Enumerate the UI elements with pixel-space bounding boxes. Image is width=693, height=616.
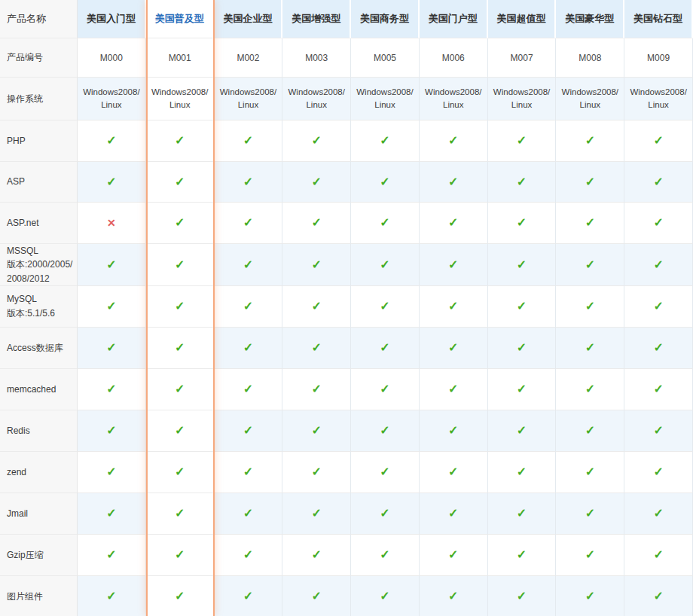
- feature-value-cell: ✓: [420, 203, 488, 244]
- corner-header-product-name: 产品名称: [0, 0, 78, 38]
- check-icon: ✓: [243, 217, 253, 229]
- feature-value-cell: ✓: [420, 576, 488, 616]
- feature-value-cell: ✓: [351, 120, 420, 162]
- check-icon: ✓: [517, 383, 527, 395]
- feature-value-cell: ✓: [420, 452, 488, 493]
- feature-value-cell: ✓: [146, 410, 215, 452]
- feature-label-cell: MySQL版本:5.1/5.6: [0, 286, 78, 328]
- feature-value-cell: ✓: [351, 162, 420, 203]
- product-header[interactable]: 美国入门型: [78, 0, 146, 38]
- feature-value-cell: ✓: [420, 286, 488, 328]
- check-icon: ✓: [175, 176, 185, 188]
- check-icon: ✓: [585, 383, 595, 395]
- check-icon: ✓: [106, 383, 116, 395]
- check-icon: ✓: [653, 383, 663, 395]
- feature-label-cell: 图片组件: [0, 576, 78, 616]
- check-icon: ✓: [106, 259, 116, 271]
- feature-label-line: MySQL: [7, 292, 37, 306]
- check-icon: ✓: [448, 508, 458, 520]
- feature-value-cell: ✓: [146, 244, 215, 286]
- feature-value-cell: ✓: [624, 452, 693, 493]
- feature-label-line: memcached: [7, 383, 56, 397]
- feature-value-cell: ✓: [488, 493, 557, 535]
- check-icon: ✓: [106, 300, 116, 313]
- feature-label-cell: 产品编号: [0, 38, 78, 78]
- product-header[interactable]: 美国超值型: [488, 0, 557, 38]
- check-icon: ✓: [448, 549, 458, 561]
- check-icon: ✓: [585, 259, 595, 271]
- check-icon: ✓: [517, 300, 527, 313]
- product-code-label: M001: [169, 53, 191, 63]
- feature-label-line: 版本:2000/2005/: [7, 258, 72, 272]
- feature-value-cell: ✓: [282, 369, 351, 410]
- product-header[interactable]: 美国普及型: [146, 0, 215, 38]
- check-icon: ✓: [653, 300, 663, 313]
- product-header[interactable]: 美国钻石型: [624, 0, 693, 38]
- corner-header-label: 产品名称: [7, 11, 46, 26]
- product-header[interactable]: 美国增强型: [282, 0, 351, 38]
- os-line: Linux: [306, 99, 327, 111]
- check-icon: ✓: [380, 466, 389, 478]
- check-icon: ✓: [312, 217, 322, 229]
- check-icon: ✓: [653, 176, 663, 188]
- feature-value-cell: ✓: [282, 328, 351, 369]
- check-icon: ✓: [653, 508, 663, 520]
- product-code-cell: M007: [488, 38, 557, 78]
- os-line: Windows2008/: [630, 86, 686, 99]
- check-icon: ✓: [380, 425, 389, 437]
- feature-value-cell: ✓: [624, 493, 693, 535]
- check-icon: ✓: [106, 176, 116, 188]
- feature-value-cell: ✓: [146, 328, 215, 369]
- check-icon: ✓: [380, 342, 389, 354]
- feature-value-cell: ✓: [488, 286, 557, 328]
- check-icon: ✓: [448, 300, 458, 313]
- check-icon: ✓: [243, 549, 253, 561]
- product-code-label: M006: [442, 53, 465, 63]
- product-code-cell: M001: [146, 38, 215, 78]
- product-header[interactable]: 美国企业型: [215, 0, 283, 38]
- feature-value-cell: ✓: [146, 452, 215, 493]
- product-code-label: M007: [511, 53, 533, 63]
- feature-value-cell: ✓: [624, 410, 693, 452]
- check-icon: ✓: [448, 217, 458, 229]
- feature-value-cell: ✓: [215, 576, 283, 616]
- feature-value-cell: ✓: [351, 369, 420, 410]
- feature-label-line: Gzip压缩: [7, 548, 44, 563]
- check-icon: ✓: [517, 466, 527, 478]
- feature-value-cell: ✓: [351, 452, 420, 493]
- feature-value-cell: ✓: [488, 452, 557, 493]
- feature-value-cell: ✓: [282, 162, 351, 203]
- feature-value-cell: ✓: [351, 203, 420, 244]
- feature-value-cell: ✓: [351, 244, 420, 286]
- os-cell: Windows2008/Linux: [146, 78, 215, 120]
- feature-value-cell: ✓: [624, 369, 693, 410]
- feature-label-line: 版本:5.1/5.6: [7, 306, 55, 321]
- feature-value-cell: ✓: [215, 328, 283, 369]
- feature-value-cell: ✓: [556, 162, 624, 203]
- check-icon: ✓: [175, 590, 185, 602]
- product-name-label: 美国商务型: [360, 12, 409, 26]
- check-icon: ✓: [106, 549, 116, 561]
- product-header[interactable]: 美国豪华型: [556, 0, 624, 38]
- product-code-label: M002: [237, 53, 259, 63]
- feature-value-cell: ✓: [215, 452, 283, 493]
- feature-value-cell: ✓: [556, 203, 624, 244]
- feature-label-cell: Access数据库: [0, 328, 78, 369]
- check-icon: ✓: [380, 135, 389, 147]
- check-icon: ✓: [243, 259, 253, 271]
- check-icon: ✓: [653, 259, 663, 271]
- product-header[interactable]: 美国门户型: [420, 0, 488, 38]
- check-icon: ✓: [448, 383, 458, 395]
- feature-value-cell: ✓: [282, 203, 351, 244]
- feature-value-cell: ✓: [556, 493, 624, 535]
- feature-label-cell: 操作系统: [0, 78, 78, 120]
- product-header[interactable]: 美国商务型: [351, 0, 420, 38]
- feature-value-cell: ✓: [488, 120, 557, 162]
- feature-label-cell: PHP: [0, 120, 78, 162]
- feature-value-cell: ✓: [282, 410, 351, 452]
- feature-value-cell: ✓: [146, 286, 215, 328]
- feature-label-cell: MSSQL版本:2000/2005/2008/2012: [0, 244, 78, 286]
- os-line: Windows2008/: [356, 86, 413, 99]
- feature-value-cell: ✓: [282, 452, 351, 493]
- check-icon: ✓: [243, 300, 253, 313]
